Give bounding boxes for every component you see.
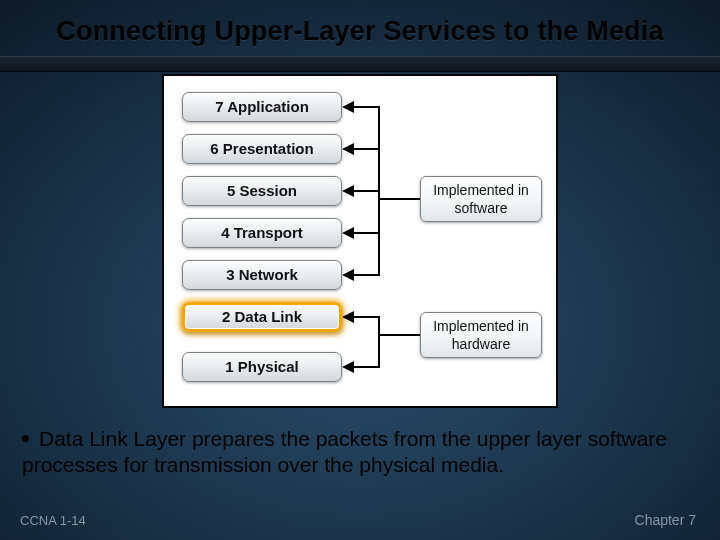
arrowhead-left-icon: [342, 269, 354, 281]
connector-to-software-box: [380, 198, 420, 200]
connector-bus-lower: [378, 316, 380, 368]
layer-2-data-link: 2 Data Link: [182, 302, 342, 332]
layer-3-network: 3 Network: [182, 260, 342, 290]
connector: [354, 316, 378, 318]
arrowhead-left-icon: [342, 311, 354, 323]
title-band: [0, 56, 720, 72]
arrowhead-left-icon: [342, 227, 354, 239]
bullet-dot-icon: [22, 435, 29, 442]
arrowhead-left-icon: [342, 101, 354, 113]
osi-figure: 7 Application 6 Presentation 5 Session 4…: [162, 74, 558, 408]
arrowhead-left-icon: [342, 361, 354, 373]
arrowhead-left-icon: [342, 143, 354, 155]
layer-5-session: 5 Session: [182, 176, 342, 206]
layer-1-physical: 1 Physical: [182, 352, 342, 382]
layer-6-presentation: 6 Presentation: [182, 134, 342, 164]
layer-7-application: 7 Application: [182, 92, 342, 122]
bullet-point: Data Link Layer prepares the packets fro…: [22, 426, 690, 478]
footer-right: Chapter 7: [635, 512, 696, 528]
connector-to-hardware-box: [380, 334, 420, 336]
arrowhead-left-icon: [342, 185, 354, 197]
layer-4-transport: 4 Transport: [182, 218, 342, 248]
connector-bus-upper: [378, 106, 380, 276]
footer-left: CCNA 1-14: [20, 513, 86, 528]
implemented-in-hardware: Implemented in hardware: [420, 312, 542, 358]
connector: [354, 366, 378, 368]
connector: [354, 148, 378, 150]
bullet-text: Data Link Layer prepares the packets fro…: [22, 427, 667, 476]
connector: [354, 274, 378, 276]
slide-title: Connecting Upper-Layer Services to the M…: [0, 16, 720, 47]
implemented-in-software: Implemented in software: [420, 176, 542, 222]
connector: [354, 106, 378, 108]
connector: [354, 232, 378, 234]
connector: [354, 190, 378, 192]
